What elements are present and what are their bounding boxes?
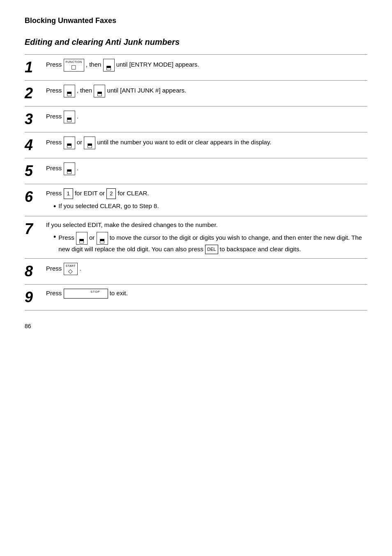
- step6-bullet-text: If you selected CLEAR, go to Step 8.: [58, 202, 159, 211]
- step-content-4: Press ⬒ or ⬒ until the number you want t…: [46, 132, 367, 158]
- key-2-button[interactable]: 2: [106, 188, 116, 199]
- step6-bullet: If you selected CLEAR, go to Step 8.: [46, 202, 362, 212]
- step7-bullet-content: Press ⬒ or ⬒ to move the cursor to the d…: [58, 232, 362, 254]
- step-number-8: 8: [25, 258, 46, 284]
- nav-up-icon-1: ⬒: [106, 65, 111, 70]
- step-content-9: Press STOP to exit.: [46, 284, 367, 310]
- step1-then: , then: [86, 61, 103, 68]
- step6-press: Press: [46, 190, 64, 197]
- step-content-5: Press ⬒ .: [46, 158, 367, 184]
- start-button[interactable]: START ◇: [64, 263, 78, 276]
- step8-press: Press: [46, 265, 64, 272]
- step5-press: Press: [46, 164, 64, 171]
- step4-or: or: [77, 139, 84, 146]
- nav-down-icon-4b: ⬒: [87, 142, 92, 148]
- step-number-5: 5: [25, 158, 46, 184]
- step-number-7: 7: [25, 216, 46, 258]
- cursor-left-button[interactable]: ⬒: [76, 232, 88, 245]
- step7-text: If you selected EDIT, make the desired c…: [46, 220, 362, 230]
- set-label-3: [69, 112, 69, 116]
- step-content-1: Press FUNCTION ☐ , then ⬒ until [ENTRY M…: [46, 55, 367, 81]
- step3-text: .: [77, 113, 78, 120]
- step-number-3: 3: [25, 107, 46, 132]
- nav-down-icon-2a: ⬒: [67, 90, 72, 96]
- section-title: Editing and clearing Anti Junk numbers: [25, 37, 367, 47]
- cursor-right-icon: ⬒: [99, 238, 105, 243]
- function-button[interactable]: FUNCTION ☐: [64, 59, 84, 72]
- nav-up-label-2b: [99, 86, 100, 90]
- start-icon: ◇: [68, 268, 73, 274]
- step6-for1: for EDIT or: [75, 190, 106, 197]
- step-number-6: 6: [25, 184, 46, 216]
- function-label: FUNCTION: [66, 60, 82, 65]
- set-label-5: [69, 164, 69, 168]
- step-number-2: 2: [25, 81, 46, 107]
- step9-text: to exit.: [110, 290, 128, 297]
- table-row: 7 If you selected EDIT, make the desired…: [25, 216, 367, 258]
- nav-down-button-4b[interactable]: ⬒: [84, 137, 95, 149]
- step-content-8: Press START ◇ .: [46, 258, 367, 284]
- step6-for2: for CLEAR.: [118, 190, 149, 197]
- stop-button[interactable]: STOP: [64, 289, 108, 299]
- table-row: 1 Press FUNCTION ☐ , then ⬒ until [ENTRY…: [25, 55, 367, 81]
- step3-press: Press: [46, 113, 64, 120]
- nav-up-button-4a[interactable]: ⬒: [64, 137, 75, 149]
- nav-up-button-1[interactable]: ⬒: [103, 59, 115, 72]
- step-content-3: Press ⬒ .: [46, 107, 367, 132]
- nav-up-label-4a: [69, 138, 69, 142]
- set-icon-3: ⬒: [67, 116, 72, 122]
- step-content-6: Press 1 for EDIT or 2 for CLEAR. If you …: [46, 184, 367, 216]
- nav-up-button-2b[interactable]: ⬒: [94, 85, 105, 97]
- step2-then: , then: [77, 87, 94, 94]
- table-row: 8 Press START ◇ .: [25, 258, 367, 284]
- nav-down-button-2a[interactable]: ⬒: [64, 85, 75, 97]
- key-1-button[interactable]: 1: [64, 188, 73, 199]
- cursor-right-button[interactable]: ⬒: [97, 232, 108, 245]
- step8-text: .: [80, 265, 81, 272]
- set-button-3[interactable]: ⬒: [64, 111, 75, 123]
- step-content-7: If you selected EDIT, make the desired c…: [46, 216, 367, 258]
- set-button-5[interactable]: ⬒: [64, 162, 75, 175]
- page-title: Blocking Unwanted Faxes: [25, 16, 367, 25]
- step-content-2: Press ⬒ , then ⬒ until [ANTI JUNK #] app…: [46, 81, 367, 107]
- steps-table: 1 Press FUNCTION ☐ , then ⬒ until [ENTRY…: [25, 54, 367, 310]
- step5-text: .: [77, 164, 78, 171]
- nav-down-label-2a: [69, 86, 69, 90]
- table-row: 9 Press STOP to exit.: [25, 284, 367, 310]
- step9-press: Press: [46, 290, 64, 297]
- step1-press: Press: [46, 61, 64, 68]
- table-row: 3 Press ⬒ .: [25, 107, 367, 132]
- step-number-1: 1: [25, 55, 46, 81]
- nav-up-label-1: [108, 60, 109, 65]
- step1-text: until [ENTRY MODE] appears.: [116, 61, 199, 68]
- step7-bullet: Press ⬒ or ⬒ to move the cursor to the d…: [46, 232, 362, 254]
- step2-text: until [ANTI JUNK #] appears.: [107, 87, 187, 94]
- step-number-9: 9: [25, 284, 46, 310]
- nav-up-icon-2b: ⬒: [97, 90, 102, 96]
- page-number: 86: [25, 323, 367, 329]
- set-icon-5: ⬒: [67, 168, 72, 174]
- table-row: 5 Press ⬒ .: [25, 158, 367, 184]
- del-button[interactable]: DEL: [205, 245, 218, 254]
- cursor-left-icon: ⬒: [79, 238, 84, 243]
- table-row: 6 Press 1 for EDIT or 2 for CLEAR. If yo…: [25, 184, 367, 216]
- nav-down-label-4b: [89, 138, 90, 142]
- function-icon: ☐: [71, 65, 76, 70]
- step4-press: Press: [46, 139, 64, 146]
- step4-text: until the number you want to edit or cle…: [97, 139, 271, 146]
- step-number-4: 4: [25, 132, 46, 158]
- table-row: 2 Press ⬒ , then ⬒ until [ANTI JUNK #] a…: [25, 81, 367, 107]
- table-row: 4 Press ⬒ or ⬒ until the number you want…: [25, 132, 367, 158]
- step2-press: Press: [46, 87, 64, 94]
- nav-up-icon-4a: ⬒: [67, 142, 72, 148]
